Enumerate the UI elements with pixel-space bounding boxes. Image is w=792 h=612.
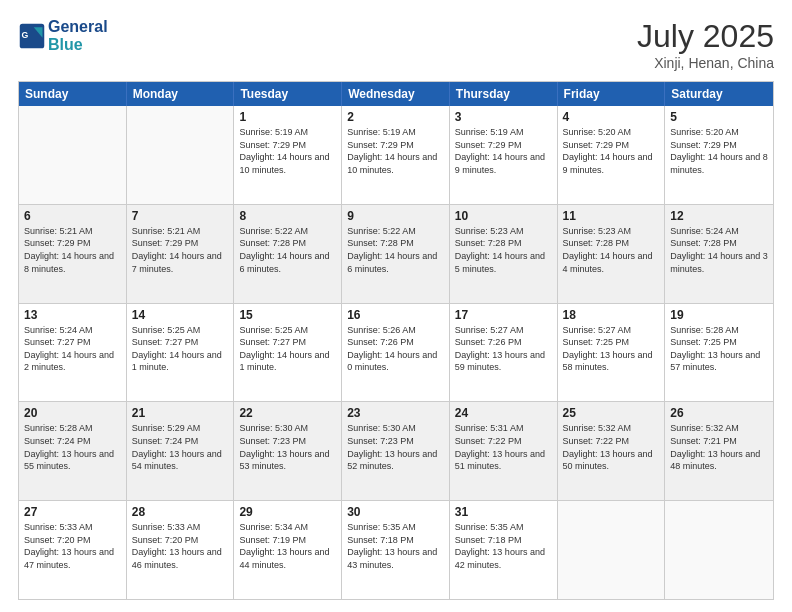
day-number: 29 xyxy=(239,505,336,519)
day-number: 24 xyxy=(455,406,552,420)
day-info: Sunrise: 5:34 AM Sunset: 7:19 PM Dayligh… xyxy=(239,521,336,571)
day-info: Sunrise: 5:31 AM Sunset: 7:22 PM Dayligh… xyxy=(455,422,552,472)
day-info: Sunrise: 5:30 AM Sunset: 7:23 PM Dayligh… xyxy=(347,422,444,472)
calendar-cell: 30Sunrise: 5:35 AM Sunset: 7:18 PM Dayli… xyxy=(342,501,450,599)
day-info: Sunrise: 5:23 AM Sunset: 7:28 PM Dayligh… xyxy=(563,225,660,275)
calendar-cell: 2Sunrise: 5:19 AM Sunset: 7:29 PM Daylig… xyxy=(342,106,450,204)
day-info: Sunrise: 5:25 AM Sunset: 7:27 PM Dayligh… xyxy=(239,324,336,374)
day-number: 10 xyxy=(455,209,552,223)
day-info: Sunrise: 5:32 AM Sunset: 7:21 PM Dayligh… xyxy=(670,422,768,472)
calendar-cell: 16Sunrise: 5:26 AM Sunset: 7:26 PM Dayli… xyxy=(342,304,450,402)
day-info: Sunrise: 5:21 AM Sunset: 7:29 PM Dayligh… xyxy=(24,225,121,275)
day-number: 9 xyxy=(347,209,444,223)
calendar-cell: 19Sunrise: 5:28 AM Sunset: 7:25 PM Dayli… xyxy=(665,304,773,402)
day-number: 26 xyxy=(670,406,768,420)
logo-icon: G xyxy=(18,22,46,50)
calendar-row-5: 27Sunrise: 5:33 AM Sunset: 7:20 PM Dayli… xyxy=(19,500,773,599)
calendar-body: 1Sunrise: 5:19 AM Sunset: 7:29 PM Daylig… xyxy=(19,106,773,599)
day-number: 17 xyxy=(455,308,552,322)
day-number: 7 xyxy=(132,209,229,223)
day-info: Sunrise: 5:19 AM Sunset: 7:29 PM Dayligh… xyxy=(455,126,552,176)
day-info: Sunrise: 5:32 AM Sunset: 7:22 PM Dayligh… xyxy=(563,422,660,472)
calendar-cell: 9Sunrise: 5:22 AM Sunset: 7:28 PM Daylig… xyxy=(342,205,450,303)
calendar-cell: 26Sunrise: 5:32 AM Sunset: 7:21 PM Dayli… xyxy=(665,402,773,500)
day-info: Sunrise: 5:35 AM Sunset: 7:18 PM Dayligh… xyxy=(455,521,552,571)
day-info: Sunrise: 5:35 AM Sunset: 7:18 PM Dayligh… xyxy=(347,521,444,571)
calendar-cell: 7Sunrise: 5:21 AM Sunset: 7:29 PM Daylig… xyxy=(127,205,235,303)
calendar-cell: 10Sunrise: 5:23 AM Sunset: 7:28 PM Dayli… xyxy=(450,205,558,303)
header-day-thursday: Thursday xyxy=(450,82,558,106)
header-day-saturday: Saturday xyxy=(665,82,773,106)
day-number: 28 xyxy=(132,505,229,519)
calendar-cell: 20Sunrise: 5:28 AM Sunset: 7:24 PM Dayli… xyxy=(19,402,127,500)
day-info: Sunrise: 5:22 AM Sunset: 7:28 PM Dayligh… xyxy=(347,225,444,275)
day-number: 23 xyxy=(347,406,444,420)
day-info: Sunrise: 5:33 AM Sunset: 7:20 PM Dayligh… xyxy=(132,521,229,571)
calendar-row-1: 1Sunrise: 5:19 AM Sunset: 7:29 PM Daylig… xyxy=(19,106,773,204)
svg-text:G: G xyxy=(22,29,29,39)
day-info: Sunrise: 5:19 AM Sunset: 7:29 PM Dayligh… xyxy=(347,126,444,176)
day-info: Sunrise: 5:24 AM Sunset: 7:28 PM Dayligh… xyxy=(670,225,768,275)
day-number: 25 xyxy=(563,406,660,420)
day-info: Sunrise: 5:28 AM Sunset: 7:24 PM Dayligh… xyxy=(24,422,121,472)
day-number: 27 xyxy=(24,505,121,519)
day-number: 1 xyxy=(239,110,336,124)
logo-text: General Blue xyxy=(48,18,108,53)
calendar-cell: 5Sunrise: 5:20 AM Sunset: 7:29 PM Daylig… xyxy=(665,106,773,204)
day-info: Sunrise: 5:22 AM Sunset: 7:28 PM Dayligh… xyxy=(239,225,336,275)
day-number: 16 xyxy=(347,308,444,322)
calendar-cell: 29Sunrise: 5:34 AM Sunset: 7:19 PM Dayli… xyxy=(234,501,342,599)
header-day-friday: Friday xyxy=(558,82,666,106)
day-number: 15 xyxy=(239,308,336,322)
calendar-cell: 15Sunrise: 5:25 AM Sunset: 7:27 PM Dayli… xyxy=(234,304,342,402)
day-info: Sunrise: 5:21 AM Sunset: 7:29 PM Dayligh… xyxy=(132,225,229,275)
day-number: 2 xyxy=(347,110,444,124)
header-day-tuesday: Tuesday xyxy=(234,82,342,106)
calendar-cell xyxy=(665,501,773,599)
logo-line2: Blue xyxy=(48,36,83,53)
calendar-cell: 28Sunrise: 5:33 AM Sunset: 7:20 PM Dayli… xyxy=(127,501,235,599)
day-number: 5 xyxy=(670,110,768,124)
calendar-cell: 11Sunrise: 5:23 AM Sunset: 7:28 PM Dayli… xyxy=(558,205,666,303)
day-info: Sunrise: 5:33 AM Sunset: 7:20 PM Dayligh… xyxy=(24,521,121,571)
calendar-row-3: 13Sunrise: 5:24 AM Sunset: 7:27 PM Dayli… xyxy=(19,303,773,402)
day-number: 31 xyxy=(455,505,552,519)
calendar-cell: 1Sunrise: 5:19 AM Sunset: 7:29 PM Daylig… xyxy=(234,106,342,204)
calendar-row-4: 20Sunrise: 5:28 AM Sunset: 7:24 PM Dayli… xyxy=(19,401,773,500)
day-info: Sunrise: 5:29 AM Sunset: 7:24 PM Dayligh… xyxy=(132,422,229,472)
day-info: Sunrise: 5:26 AM Sunset: 7:26 PM Dayligh… xyxy=(347,324,444,374)
day-info: Sunrise: 5:27 AM Sunset: 7:25 PM Dayligh… xyxy=(563,324,660,374)
day-number: 21 xyxy=(132,406,229,420)
day-info: Sunrise: 5:28 AM Sunset: 7:25 PM Dayligh… xyxy=(670,324,768,374)
calendar-cell xyxy=(558,501,666,599)
calendar-row-2: 6Sunrise: 5:21 AM Sunset: 7:29 PM Daylig… xyxy=(19,204,773,303)
day-info: Sunrise: 5:20 AM Sunset: 7:29 PM Dayligh… xyxy=(670,126,768,176)
calendar-cell xyxy=(127,106,235,204)
header-day-wednesday: Wednesday xyxy=(342,82,450,106)
calendar-cell: 18Sunrise: 5:27 AM Sunset: 7:25 PM Dayli… xyxy=(558,304,666,402)
title-block: July 2025 Xinji, Henan, China xyxy=(637,18,774,71)
calendar-cell: 3Sunrise: 5:19 AM Sunset: 7:29 PM Daylig… xyxy=(450,106,558,204)
calendar-cell: 8Sunrise: 5:22 AM Sunset: 7:28 PM Daylig… xyxy=(234,205,342,303)
day-number: 13 xyxy=(24,308,121,322)
day-number: 12 xyxy=(670,209,768,223)
calendar-cell xyxy=(19,106,127,204)
calendar-cell: 21Sunrise: 5:29 AM Sunset: 7:24 PM Dayli… xyxy=(127,402,235,500)
day-number: 4 xyxy=(563,110,660,124)
calendar-cell: 31Sunrise: 5:35 AM Sunset: 7:18 PM Dayli… xyxy=(450,501,558,599)
day-number: 8 xyxy=(239,209,336,223)
day-number: 30 xyxy=(347,505,444,519)
calendar-cell: 6Sunrise: 5:21 AM Sunset: 7:29 PM Daylig… xyxy=(19,205,127,303)
day-info: Sunrise: 5:20 AM Sunset: 7:29 PM Dayligh… xyxy=(563,126,660,176)
day-number: 18 xyxy=(563,308,660,322)
calendar-cell: 23Sunrise: 5:30 AM Sunset: 7:23 PM Dayli… xyxy=(342,402,450,500)
header: G General Blue July 2025 Xinji, Henan, C… xyxy=(18,18,774,71)
day-number: 11 xyxy=(563,209,660,223)
calendar-cell: 12Sunrise: 5:24 AM Sunset: 7:28 PM Dayli… xyxy=(665,205,773,303)
calendar: SundayMondayTuesdayWednesdayThursdayFrid… xyxy=(18,81,774,600)
page: G General Blue July 2025 Xinji, Henan, C… xyxy=(0,0,792,612)
header-day-sunday: Sunday xyxy=(19,82,127,106)
day-info: Sunrise: 5:27 AM Sunset: 7:26 PM Dayligh… xyxy=(455,324,552,374)
header-day-monday: Monday xyxy=(127,82,235,106)
calendar-cell: 25Sunrise: 5:32 AM Sunset: 7:22 PM Dayli… xyxy=(558,402,666,500)
